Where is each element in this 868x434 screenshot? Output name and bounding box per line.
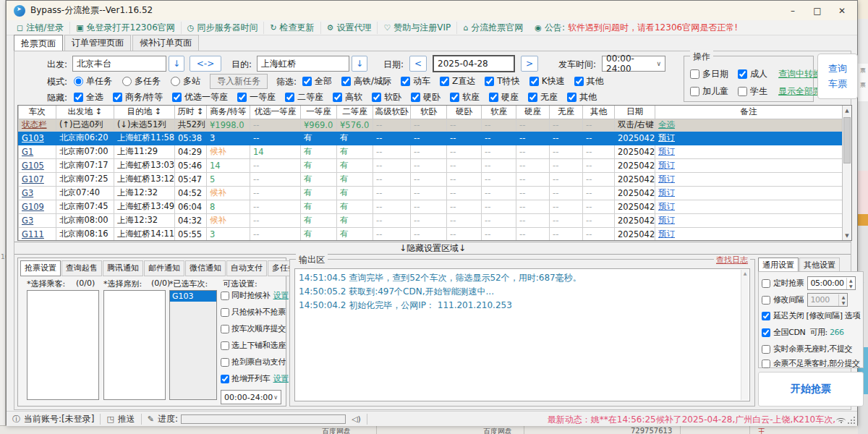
seat-hide-checkbox[interactable]: 无座 xyxy=(528,91,558,103)
grab-time-select[interactable]: 00:00-24:00∨ xyxy=(221,390,281,404)
page-tab[interactable]: 抢票页面 xyxy=(14,35,63,52)
selected-train-listbox[interactable]: G103 xyxy=(169,290,217,400)
scroll-down-icon[interactable]: ▼ xyxy=(843,231,851,240)
no-seat-row[interactable]: 实时余票无座时,不提交 xyxy=(762,344,852,354)
column-header[interactable]: 软座 xyxy=(482,106,516,119)
book-link[interactable]: 预订 xyxy=(655,158,843,172)
option-row[interactable]: 抢到票自动支付 xyxy=(221,354,286,370)
book-link[interactable]: 预订 xyxy=(655,172,843,186)
train-link[interactable]: G107 xyxy=(19,172,56,186)
passenger-listbox[interactable] xyxy=(27,290,99,400)
query-tickets-button[interactable]: 查询 车票 xyxy=(817,54,858,99)
hide-settings-divider[interactable]: ↓隐藏设置区域↓ xyxy=(14,242,851,255)
menu-item[interactable]: ▣ 免登录打开12306官网 xyxy=(70,22,182,34)
table-row[interactable]: G111北京南08:16上海虹桥14:1105:553--有有---------… xyxy=(19,227,843,241)
task-tab[interactable]: 自动支付 xyxy=(226,260,267,276)
push-button[interactable]: ◳推送 xyxy=(101,414,141,425)
spinner-arrows-icon[interactable]: ▲▼ xyxy=(846,278,855,289)
task-tab[interactable]: 查询起售 xyxy=(61,260,102,276)
seat-hide-checkbox[interactable]: 商务/特等 xyxy=(113,91,163,103)
resize-grip[interactable] xyxy=(848,417,855,424)
column-header[interactable]: 日期 xyxy=(615,106,655,119)
select-all-link[interactable]: 全选 xyxy=(655,119,843,131)
table-row[interactable]: G105北京南07:17上海虹桥13:0305:4614--有有--------… xyxy=(19,158,843,172)
menu-item[interactable]: ♡ 赞助与注册VIP xyxy=(378,22,457,34)
column-header[interactable]: 出发地 ↕ xyxy=(56,106,114,119)
column-header[interactable]: 一等座 xyxy=(301,106,337,119)
selected-train-item[interactable]: G103 xyxy=(170,291,216,302)
option-row[interactable]: 抢增开列车 设置 xyxy=(221,370,286,387)
train-type-filter-checkbox[interactable]: 全部 xyxy=(302,75,332,88)
book-link[interactable]: 预订 xyxy=(655,213,843,227)
page-tab[interactable]: 候补订单页面 xyxy=(132,35,199,51)
spinner-arrows-icon[interactable]: ▲▼ xyxy=(838,294,847,306)
student-checkbox[interactable]: 学生 xyxy=(738,85,778,98)
column-header[interactable]: 高级软卧 xyxy=(373,106,411,119)
train-link[interactable]: G1 xyxy=(19,145,56,158)
seat-hide-checkbox[interactable]: 二等座 xyxy=(285,91,323,103)
menu-item[interactable]: ◻ 注销/登录 xyxy=(11,22,70,34)
table-scrollbar[interactable]: ▲ ▼ xyxy=(842,106,851,240)
mode-radio[interactable]: 单任务 xyxy=(74,75,112,88)
table-row[interactable]: G3北京07:40上海12:3204:52候补--有有-------------… xyxy=(19,186,843,200)
column-header[interactable]: 无座 xyxy=(550,106,583,119)
from-dropdown-button[interactable]: ↓ xyxy=(169,56,184,72)
column-header[interactable]: 其他 xyxy=(583,106,615,119)
column-header[interactable]: 二等座 xyxy=(337,106,373,119)
seat-hide-checkbox[interactable]: 硬座 xyxy=(489,91,519,103)
column-header[interactable]: 硬卧 xyxy=(447,106,482,119)
column-header[interactable]: 目的地 ↕ xyxy=(114,106,175,119)
book-link[interactable]: 预订 xyxy=(655,131,843,145)
menu-item[interactable]: ↻ 检查更新 xyxy=(264,22,320,34)
close-button[interactable]: ✕ xyxy=(830,1,854,20)
interval-spinner[interactable]: 1000▲▼ xyxy=(807,293,848,307)
book-link[interactable]: 预订 xyxy=(655,227,843,241)
task-tab[interactable]: 邮件通知 xyxy=(144,260,184,276)
column-header[interactable]: 备注 xyxy=(655,106,843,119)
depart-time-select[interactable]: 00:00-24:00∨ xyxy=(602,56,665,72)
seat-listbox[interactable] xyxy=(103,290,166,400)
train-type-filter-checkbox[interactable]: 动车 xyxy=(401,75,430,88)
train-link[interactable]: G3 xyxy=(19,186,56,200)
scrollbar-thumb[interactable] xyxy=(843,117,851,163)
import-task-button[interactable]: 导入新任务 xyxy=(210,74,268,89)
seat-hide-checkbox[interactable]: 高软 xyxy=(333,91,362,103)
train-link[interactable]: G103 xyxy=(19,131,56,145)
table-row[interactable]: G103北京南06:20上海虹桥11:5805:383--有有---------… xyxy=(19,131,843,145)
seat-hide-checkbox[interactable]: 软座 xyxy=(450,91,480,103)
book-link[interactable]: 预订 xyxy=(655,145,843,158)
speaker-icon[interactable]: ◁) xyxy=(352,414,361,424)
train-link[interactable]: G111 xyxy=(19,227,56,241)
task-tab[interactable]: 抢票设置 xyxy=(20,260,61,276)
train-link[interactable]: G105 xyxy=(19,158,56,172)
interval-row[interactable]: 修改间隔 1000▲▼ xyxy=(762,293,848,307)
seat-hide-checkbox[interactable]: 优选一等座 xyxy=(172,91,228,103)
scroll-up-icon[interactable]: ▲ xyxy=(843,106,851,115)
option-row[interactable]: 同时抢候补 设置 xyxy=(221,287,286,304)
train-type-filter-checkbox[interactable]: Z直达 xyxy=(440,75,475,88)
start-grab-button[interactable]: 开始抢票 xyxy=(758,372,864,407)
mode-radio[interactable]: 多站 xyxy=(171,75,200,88)
menu-item[interactable]: ⚙ 设置代理 xyxy=(321,22,378,34)
table-row[interactable]: G3北京南08:00上海12:3204:32候补--有有------------… xyxy=(19,213,843,227)
mode-radio[interactable]: 多任务 xyxy=(122,75,161,88)
log-scrollbar[interactable]: ▲ xyxy=(741,270,749,400)
swap-stations-button[interactable]: <-> xyxy=(190,56,221,72)
table-row[interactable]: G107北京南07:25上海虹桥13:1205:475--有有---------… xyxy=(19,172,843,186)
date-next-button[interactable]: > xyxy=(521,56,538,72)
table-row[interactable]: G109北京南07:45上海虹桥13:4906:048--有有---------… xyxy=(19,200,843,213)
column-header[interactable]: 商务/特等 xyxy=(207,106,250,119)
child-checkbox[interactable]: 加儿童 xyxy=(690,85,738,98)
column-header[interactable]: 软卧 xyxy=(411,106,447,119)
maximize-button[interactable]: □ xyxy=(805,1,830,20)
book-link[interactable]: 预订 xyxy=(655,186,843,200)
train-type-filter-checkbox[interactable]: 其他 xyxy=(574,75,604,88)
option-settings-link[interactable]: 设置 xyxy=(273,290,289,301)
column-header[interactable]: 硬座 xyxy=(516,106,550,119)
table-row[interactable]: G1北京南07:00上海11:2904:29候补14有有------------… xyxy=(19,145,843,158)
from-station-input[interactable]: 北京丰台 xyxy=(72,56,166,72)
seat-hide-checkbox[interactable]: 软卧 xyxy=(372,91,401,103)
title-bar[interactable]: Bypass-分流抢票--Ver1.16.52 – □ ✕ xyxy=(7,1,857,20)
option-row[interactable]: 选上下铺和选座 xyxy=(221,337,286,354)
column-header[interactable]: 优选一等座 xyxy=(250,106,301,119)
